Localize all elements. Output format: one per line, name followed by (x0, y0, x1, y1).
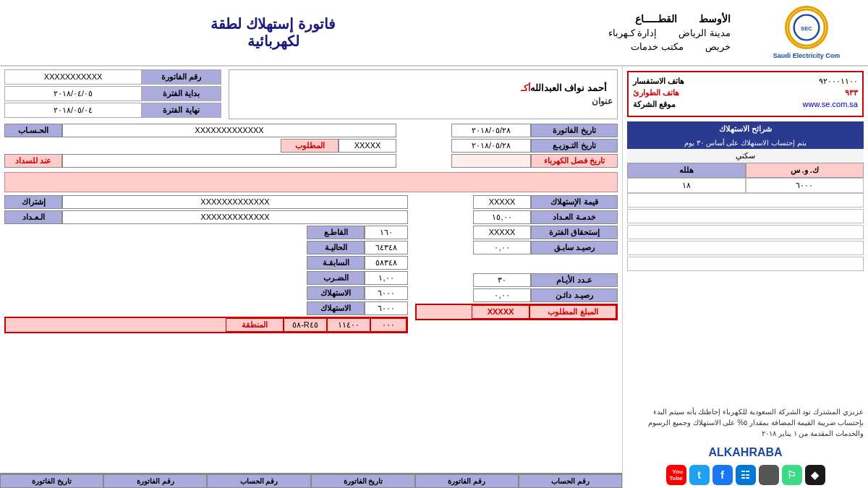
facebook-icon: f (712, 465, 733, 485)
tariff-row1-col1: ١٨ (627, 178, 746, 193)
invoice-date-label: تاريخ الفاتورة (531, 124, 618, 137)
bottom-table: رقم الحساب رقم الفاتورة تاريخ الفاتورة ر… (0, 473, 622, 488)
cut-date-value (451, 154, 531, 168)
counter-label: الـعـداد (4, 210, 62, 224)
office-label: مكتب خدمات (626, 41, 684, 52)
bottom-left-h1: رقم الحساب (519, 474, 622, 488)
tariff-data-row: ٦٠٠٠ ١٨ (627, 178, 864, 193)
consumption-reading-value: ٦٠٠٠ (365, 286, 408, 300)
dist-date-value: ٢٠١٨/٠٥/٢٨ (451, 139, 531, 153)
meter-label: خدمـة العـداد (531, 210, 618, 224)
consumption-data: قيمة الإستهلاك XXXXX خدمـة العـداد ١٥,٠٠… (415, 195, 618, 335)
subscription-value: XXXXXXXXXXXXX (62, 195, 408, 209)
management-value: مدينة الرياض (678, 27, 731, 38)
days-value: ٣٠ (473, 273, 531, 287)
dist-date-label: تاريخ التـوزيـع (531, 139, 618, 153)
meter-value: ١٥,٠٠ (473, 210, 531, 224)
counter-value: XXXXXXXXXXXXX (62, 210, 408, 224)
tariff-row1-col2: ٦٠٠٠ (746, 178, 864, 193)
spacer-row (4, 172, 618, 192)
bottom-right-h2: رقم الفاتورة (103, 474, 207, 488)
app-icons: ◆ ⚐ ☷ f t YouTube (626, 465, 865, 485)
bottom-left-h3: تاريخ الفاتورة (311, 474, 414, 488)
r-value2: ١١٤٠٠ (327, 318, 370, 332)
android-icon: ⚐ (782, 465, 802, 485)
balance-label: رصيـد دائـن (531, 288, 618, 302)
customer-name-label: أكـ (521, 83, 530, 93)
multiplier-label: الضـرب (307, 271, 365, 285)
invoice-end-value: ٢٠١٨/٠٥/٠٤ (5, 103, 141, 117)
consumption-reading-label: الاستهلاك (307, 286, 365, 300)
payment-label: عند للسداد (4, 154, 62, 168)
required-value: XXXXX (339, 139, 396, 153)
current-value: ٦٤٣٤٨ (365, 241, 408, 254)
company-name-en: Saudi Electricity Com (773, 52, 841, 59)
balance-value: ٠,٠٠ (473, 288, 531, 302)
region-value: ٠٠٠ (370, 318, 407, 332)
invoice-start-label: بداية الفترة (141, 87, 221, 100)
days-label: عـدد الأيـام (531, 273, 618, 287)
tariff-type: سكني (627, 149, 864, 163)
consumption-reading2-value: ٦٠٠٠ (365, 301, 408, 315)
total-value: XXXXX (472, 305, 529, 319)
customer-info: أحمد نواف العبدالله أكـ عنوان (229, 69, 618, 119)
account-label: الحـسـاب (4, 124, 62, 137)
bottom-left: رقم الحساب رقم الفاتورة تاريخ الفاتورة (311, 474, 623, 488)
invoice-fields: رقم الفاتورة XXXXXXXXXXX بداية الفترة ٢٠… (4, 69, 221, 119)
section-label: القطـــــاع (619, 13, 677, 25)
logo-circle: SEC (785, 6, 828, 49)
website-value[interactable]: www.se.com.sa (803, 100, 858, 109)
page-title: فاتورة إستهلاك لطقة لكهربائية (184, 6, 362, 59)
consumption-label: قيمة الإستهلاك (531, 195, 618, 209)
emergency-label: هاتف الطوارئ (633, 88, 679, 98)
account-info: XXXXXXXXXXXXX الحـسـاب XXXXX المطلوب عند… (4, 124, 396, 169)
inquiry-label: هاتف الاستفسار (633, 77, 684, 86)
previous-label: السابقـة (307, 256, 365, 270)
bottom-right-h1: رقم الحساب (207, 474, 310, 488)
billing-dates: تاريخ الفاتورة ٢٠١٨/٠٥/٢٨ تاريخ التـوزيـ… (401, 124, 618, 169)
segment-value: ١٦٠ (365, 226, 408, 239)
customer-name-value: أحمد نواف العبدالله (530, 82, 607, 93)
youtube-icon: YouTube (666, 465, 686, 485)
website-label: موقع الشركة (633, 100, 676, 109)
inquiry-value: ٩٢٠٠٠١١٠٠ (819, 77, 858, 86)
previous-value: ٥٨٣٤٨ (365, 256, 408, 270)
consumption-value: XXXXX (473, 195, 531, 209)
emergency-value: ٩٣٣ (845, 88, 858, 98)
installment-label: إستحقاق الفترة (531, 226, 618, 239)
management-label: إدارة كـهرباء (599, 27, 657, 38)
payment-value (62, 154, 396, 168)
invoice-number-value: XXXXXXXXXXX (5, 70, 141, 84)
segment-label: القاطـع (307, 226, 365, 239)
tariff-col2-header: ك. و. س (746, 163, 864, 178)
readings-data: XXXXXXXXXXXXX إشتراك XXXXXXXXXXXXX الـعـ… (4, 195, 408, 335)
consumption-reading2-label: الاستهلاك (307, 301, 365, 315)
tariff-title: شرائح الاستهلاك (627, 121, 864, 137)
tariff-table-header: ك. و. س هلله (627, 163, 864, 178)
twitter-icon: t (689, 465, 710, 485)
bottom-left-h2: رقم الفاتورة (415, 474, 519, 488)
subscription-label: إشتراك (4, 195, 62, 209)
invoice-start-value: ٢٠١٨/٠٤/٠٥ (5, 87, 141, 100)
current-label: الحاليـة (307, 241, 365, 254)
bottom-right-h3: تاريخ الفاتورة (0, 474, 103, 488)
total-label: المبلغ المطلوب (529, 305, 616, 319)
required-label: المطلوب (281, 139, 339, 153)
tariff-col1-header: هلله (627, 163, 746, 178)
brand-name: ALKAHRABA (626, 446, 865, 459)
cut-date-label: تاريخ فصل الكهرباء (531, 154, 618, 168)
tariff-subtitle: يتم إحتساب الاستهلاك على أساس ٣٠ يوم (627, 137, 864, 149)
bottom-right: رقم الحساب رقم الفاتورة تاريخ الفاتورة (0, 474, 311, 488)
installment-value: XXXXX (473, 226, 531, 239)
bottom-left-headers: رقم الحساب رقم الفاتورة تاريخ الفاتورة (312, 474, 623, 488)
windows-icon: ☷ (736, 465, 756, 485)
prev-balance-label: رصيـد سابـق (531, 241, 618, 254)
invoice-end-label: نهاية الفترة (141, 103, 221, 117)
invoice-number-label: رقم الفاتورة (141, 70, 221, 84)
r-value: R٤٥-٥٨ (284, 318, 327, 332)
multiplier-value: ١,٠٠ (365, 271, 408, 285)
office-value: خريص (705, 41, 731, 52)
invoice-date-value: ٢٠١٨/٠٥/٢٨ (451, 124, 531, 137)
svg-text:SEC: SEC (801, 25, 812, 32)
section-value: الأوسط (699, 13, 731, 25)
